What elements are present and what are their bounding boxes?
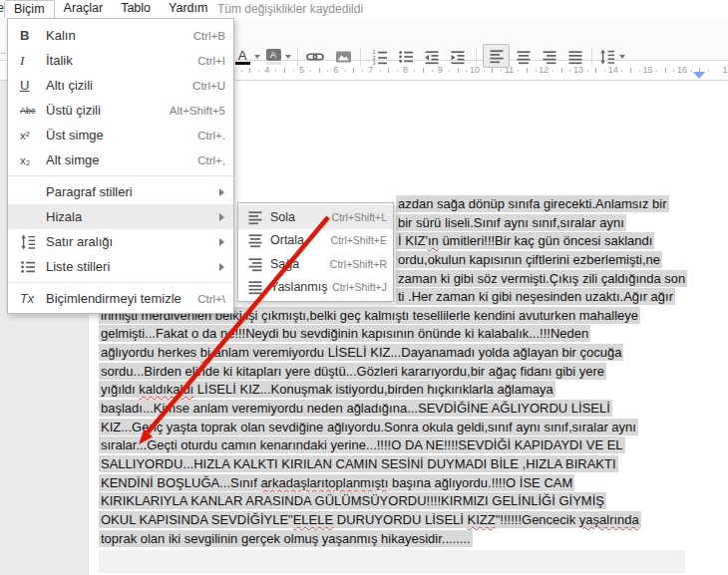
- text-segment: SALLIYORDU...HIZLA KALKTI KIRILAN CAMIN …: [101, 456, 616, 471]
- insert-link-button[interactable]: [302, 46, 328, 68]
- format-menu-item-satir-araligi[interactable]: Satır aralığı: [8, 229, 233, 254]
- strikethrough-icon: Abc: [20, 106, 46, 116]
- ruler-tick: [249, 68, 250, 73]
- ruler-number: 16: [677, 65, 687, 75]
- ruler-tick: [518, 70, 519, 72]
- align-center-icon: [247, 232, 270, 248]
- align-left-icon: [247, 209, 270, 225]
- ruler-tick: [699, 68, 700, 73]
- decrease-indent-button[interactable]: [419, 46, 445, 68]
- text-segment: KIRIKLARIYLA KANLAR ARASINDA GÜLÜMSÜYORD…: [101, 493, 604, 508]
- menu-item-shortcut: Ctrl+\: [197, 293, 225, 305]
- text-line: KIZ...Genç yaşta toprak olan sevdiğine a…: [99, 420, 638, 435]
- menubar-item-bicim[interactable]: Biçim: [4, 0, 55, 18]
- format-menu-item-kalin[interactable]: BKalınCtrl+B: [8, 23, 233, 48]
- text-line: ordu,okulun kapısının çiftlerini ezberle…: [396, 252, 662, 268]
- text-line: sıralar...Geçti oturdu camın kenarındaki…: [99, 437, 625, 453]
- ruler-tick: [665, 68, 666, 73]
- ruler-tick: [621, 70, 622, 72]
- menu-item-label: Biçimlendirmeyi temizle: [46, 291, 197, 306]
- ruler-tick: [327, 70, 328, 72]
- text-color-button[interactable]: A: [232, 46, 262, 68]
- text-segment: ordu,okulun kapısının çiftlerini ezberle…: [398, 252, 660, 267]
- align-left-button[interactable]: [483, 44, 510, 68]
- menubar-item-yardim[interactable]: Yardım: [160, 0, 216, 18]
- misspelled-word: ELELE: [293, 512, 333, 527]
- align-submenu-item-saga[interactable]: SağaCtrl+Shift+R: [238, 252, 393, 276]
- text-line: ti .Her zaman ki gibi neşesinden uzaktı.…: [396, 289, 675, 305]
- text-line: toprak olan iki sevgilinin gerçek olmuş …: [99, 531, 473, 547]
- text-segment: İ KIZ': [398, 233, 428, 248]
- format-menu-item-alti-cizili[interactable]: UAltı çiziliCtrl+U: [8, 73, 233, 98]
- align-submenu-item-ortala[interactable]: OrtalaCtrl+Shift+E: [238, 229, 393, 253]
- menubar-item-araclar[interactable]: Araçlar: [55, 0, 113, 18]
- text-segment: DURUYORDU LİSELİ: [333, 512, 467, 527]
- italic-icon: I: [20, 53, 46, 69]
- menubar-item-tablo[interactable]: Tablo: [112, 0, 160, 18]
- align-justify-icon: [247, 279, 270, 295]
- format-menu-item-ustu-cizili[interactable]: AbcÜstü çiziliAlt+Shift+5: [8, 98, 233, 123]
- ruler-number: 10: [470, 65, 480, 75]
- format-menu-item-alt-simge[interactable]: x₂Alt simgeCtrl+,: [8, 147, 233, 172]
- ruler-tick: [432, 70, 433, 72]
- menu-item-label: Paragraf stilleri: [46, 184, 225, 199]
- align-submenu-item-yaslanmis[interactable]: YaslanmışCtrl+Shift+J: [238, 276, 393, 300]
- align-justify-button[interactable]: [562, 46, 588, 68]
- align-left-icon: [489, 48, 505, 64]
- list-styles-icon: [20, 259, 46, 275]
- ruler-tick: [275, 70, 276, 72]
- text-segment: ümitleri!!!Bir kaç gün öncesi saklandı: [439, 233, 653, 248]
- text-segment: sordu...Birden elinde ki kitapları yere …: [101, 364, 604, 379]
- superscript-icon: x²: [20, 130, 46, 142]
- text-line: başladı...Kimse anlam veremiyordu neden …: [99, 401, 612, 417]
- format-menu-item-i-talik[interactable]: IİtalikCtrl+I: [8, 48, 233, 73]
- numbered-list-button[interactable]: 123: [367, 46, 393, 68]
- format-menu-item-hizala[interactable]: Hizala: [8, 204, 233, 229]
- submenu-arrow-icon: [219, 238, 224, 246]
- ruler-tick: [449, 70, 450, 72]
- menu-item-shortcut: Alt+Shift+5: [170, 105, 225, 117]
- text-segment: toprak olan iki sevgilinin gerçek olmuş …: [101, 531, 471, 546]
- numbered-list-icon: 123: [372, 49, 388, 65]
- image-icon: [335, 49, 352, 65]
- misspelled-word: arkadaşlarıtoplanmıştı: [260, 475, 388, 490]
- ruler-tick: [569, 70, 570, 72]
- text-segment: başladı...Kimse anlam veremiyordu neden …: [101, 401, 610, 416]
- selected-text: başladı...Kimse anlam veremiyordu neden …: [99, 400, 612, 417]
- menu-item-label: Üst simge: [46, 128, 197, 143]
- ruler-number-clipped: 1: [722, 65, 727, 75]
- format-menu-item-bicimlendirmeyi-temizle[interactable]: TxBiçimlendirmeyi temizleCtrl+\: [8, 286, 233, 311]
- text-line: azdan sağa dönüp sınıfa girecekti.Anlams…: [396, 196, 669, 212]
- ruler-tick: [241, 70, 242, 72]
- ruler-tick: [561, 68, 562, 73]
- menu-item-shortcut: Ctrl+,: [197, 154, 225, 166]
- align-center-button[interactable]: [511, 46, 537, 68]
- insert-image-button[interactable]: [330, 46, 356, 68]
- align-submenu-item-sola[interactable]: SolaCtrl+Shift+L: [238, 205, 393, 229]
- align-right-button[interactable]: [537, 46, 562, 68]
- text-segment: azdan sağa dönüp sınıfa girecekti.Anlams…: [398, 196, 667, 211]
- svg-text:3: 3: [373, 60, 376, 65]
- right-indent-marker[interactable]: [693, 72, 705, 79]
- menu-item-label: İtalik: [46, 53, 197, 68]
- align-center-icon: [516, 49, 532, 65]
- menu-item-label: Alt simge: [46, 152, 197, 167]
- highlight-color-button[interactable]: A: [263, 46, 293, 68]
- menu-item-shortcut: Ctrl+U: [192, 80, 225, 92]
- text-segment: bir sürü liseli.Sınıf aynı sınıf,sıralar…: [398, 215, 624, 230]
- autosave-status: Tüm değişiklikler kaydedildi: [217, 2, 363, 16]
- selected-text: ağlıyordu herkes bi anlam veremiyordu Lİ…: [99, 344, 623, 361]
- text-segment: başına ağlıyordu.!!!!O İSE CAM: [388, 475, 572, 490]
- format-menu-item-ust-simge[interactable]: x²Üst simgeCtrl+.: [8, 123, 233, 147]
- format-menu-item-paragraf-stilleri[interactable]: Paragraf stilleri: [8, 179, 233, 204]
- menu-separator: [8, 175, 233, 176]
- misspelled-word: bi: [200, 345, 210, 360]
- bulleted-list-button[interactable]: [393, 46, 419, 68]
- increase-indent-icon: [450, 49, 466, 65]
- line-spacing-button[interactable]: [596, 46, 628, 68]
- menu-item-label: Yaslanmış: [270, 280, 332, 294]
- align-right-icon: [542, 49, 557, 65]
- increase-indent-button[interactable]: [445, 46, 471, 68]
- format-menu-item-liste-stilleri[interactable]: Liste stilleri: [8, 254, 233, 279]
- misspelled-word: KIZZ: [468, 512, 496, 527]
